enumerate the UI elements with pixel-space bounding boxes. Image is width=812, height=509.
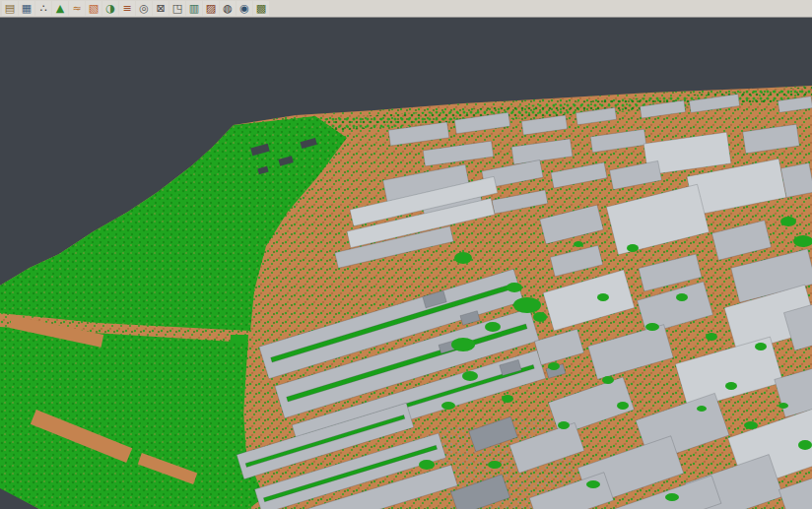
tree-cluster (558, 421, 570, 429)
palette-icon[interactable]: ▧ (86, 1, 102, 16)
tree-cluster (725, 382, 737, 390)
tree-cluster (597, 293, 609, 301)
tree-cluster (462, 371, 478, 381)
points-icon[interactable]: ∴ (35, 1, 51, 16)
scene-3d-view[interactable] (0, 0, 812, 509)
tree-cluster (676, 293, 688, 301)
terrain-icon[interactable]: ▲ (52, 1, 68, 16)
tree-cluster (778, 403, 788, 409)
tree-cluster (586, 480, 600, 488)
tree-cluster (645, 323, 659, 331)
tree-cluster (488, 461, 502, 469)
tree-cluster (665, 493, 679, 501)
toolbar-icons: ▤▦∴▲≈▧◑≡◎⊠◳▥▨◍◉▩ (2, 1, 269, 16)
tree-cluster (706, 333, 717, 341)
classify-icon[interactable]: ≡ (119, 1, 135, 16)
tree-cluster (602, 376, 614, 384)
tree-cluster (627, 244, 639, 252)
tree-cluster (451, 338, 475, 351)
tree-cluster (574, 241, 583, 247)
help-icon[interactable]: ▩ (253, 1, 269, 16)
tree-cluster (441, 402, 455, 410)
shade-icon[interactable]: ◑ (102, 1, 118, 16)
expand-view-icon[interactable]: ◳ (169, 1, 185, 16)
tree-cluster (533, 312, 547, 322)
grid-icon[interactable]: ▦ (19, 1, 34, 16)
zoom-extents-icon[interactable]: ⊠ (153, 1, 169, 16)
application-window: ▤▦∴▲≈▧◑≡◎⊠◳▥▨◍◉▩ (0, 0, 812, 509)
tree-cluster (617, 402, 629, 410)
open-file-icon[interactable]: ▤ (2, 1, 18, 16)
tree-cluster (502, 395, 513, 403)
tree-cluster (507, 283, 522, 292)
snapshot-icon[interactable]: ◉ (237, 1, 252, 16)
tree-cluster (513, 297, 541, 313)
settings-icon[interactable]: ◎ (136, 1, 152, 16)
toolbar: ▤▦∴▲≈▧◑≡◎⊠◳▥▨◍◉▩ (0, 0, 812, 18)
view-3d-icon[interactable]: ◍ (220, 1, 236, 16)
tree-cluster (744, 421, 758, 429)
tree-cluster (548, 362, 560, 370)
tree-cluster (755, 343, 767, 350)
building-roof (780, 163, 812, 198)
profile-icon[interactable]: ▨ (203, 1, 219, 16)
tree-cluster (419, 460, 435, 470)
measure-icon[interactable]: ▥ (186, 1, 202, 16)
tree-cluster (697, 406, 707, 412)
tree-cluster (454, 252, 472, 264)
tree-cluster (485, 322, 501, 332)
tree-cluster (798, 440, 812, 450)
viewport-3d[interactable] (0, 18, 812, 509)
contour-icon[interactable]: ≈ (69, 1, 85, 16)
tree-cluster (780, 217, 796, 226)
